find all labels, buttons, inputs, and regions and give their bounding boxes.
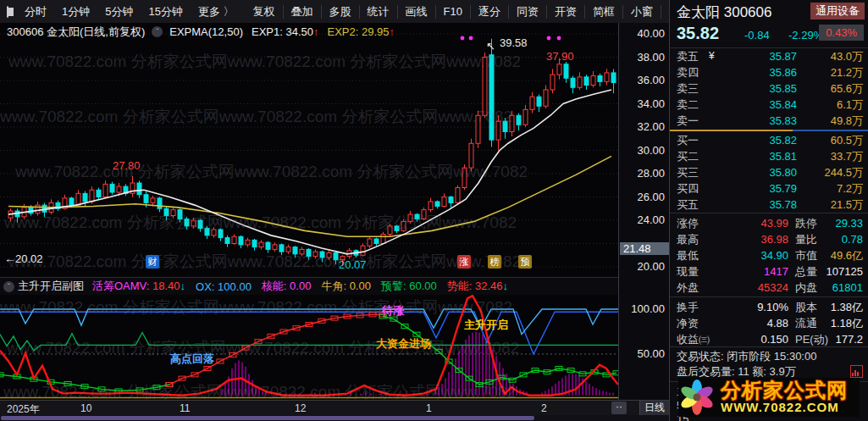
stat-label: 股本 [795,299,817,315]
indicator-label: 势能: [447,280,475,292]
price-change-pct: -2.29% [788,29,823,42]
indicator-axis-label: 100.00 [631,302,665,315]
premium-badge: 0.43% [819,25,864,41]
ask-row-5[interactable]: 卖五¥35.8743.0万 [670,48,868,64]
mini-bar-chart-icon[interactable] [850,365,863,378]
chevron-down-icon[interactable]: ˇ [152,26,163,37]
ratio-row-0: 换手9.10%股本1.38亿 [670,299,868,315]
price-axis: 40.0038.0036.0034.0032.0030.0028.0026.00… [618,23,670,400]
sub-indicator-item-1: OX: 100.00 [196,280,252,293]
analyst-formula-site-logo[interactable]: 分析家公式网 WWW.70822.COM [678,378,860,417]
menu-item-2[interactable]: 5分钟 [97,1,141,23]
time-axis-label: 1 [426,402,432,414]
menu-item-4[interactable]: 更多 〉 [191,1,242,23]
level-price: 35.86 [670,64,797,80]
menu-tool-8[interactable]: 开资 [547,1,584,23]
horizontal-scrollbar[interactable] [0,415,669,421]
menu-tool-6[interactable]: 逐分 [471,1,508,23]
sub-indicator-item-4: 预警: 60.00 [381,279,437,294]
bid-row-4[interactable]: 买四35.797.2万 [670,180,868,197]
chart-tag-badge-3[interactable]: 预 [518,255,532,269]
chart-tag-badge-2[interactable]: 榜 [488,255,501,269]
chevron-down-icon[interactable]: ˇ [3,281,14,292]
scrollbar-thumb[interactable] [1,416,534,420]
level-price: 35.78 [670,197,797,213]
sub-indicator-header: ˇ 主升开启副图 活筹OAMV: 18.40↓OX: 100.00核能: 0.0… [0,277,618,295]
ask-row-4[interactable]: 卖四35.8621.2万 [670,64,868,80]
stat-row-3: 现量1417总量107125 [670,263,868,280]
ratio-row-2: 收益㈢0.150PE(动)177.2 [670,331,868,347]
indicator-label: 核能: [262,280,290,292]
period-daily-button[interactable]: 日线 [639,401,669,415]
price-axis-label: 40.00 [637,27,665,40]
menu-tool-10[interactable]: 小窗 [623,1,661,23]
menu-tool-3[interactable]: 统计 [360,1,397,23]
industry-button[interactable]: 通用设备 [810,3,865,19]
indicator-label: 牛角: [321,280,349,292]
more-periods-button[interactable]: ·· [611,402,627,414]
bid-row-3[interactable]: 买三35.80244.5万 [670,164,868,180]
price-axis-label: 20.00 [637,260,665,273]
stat-row-0: 涨停43.99跌停29.33 [670,215,868,231]
menu-tool-0[interactable]: 复权 [246,1,283,23]
stat-value: 43.99 [670,215,788,231]
stat-value: 177.2 [835,331,863,347]
logo-text: 分析家公式网 [721,380,848,401]
up-arrow-icon: ↑ [390,25,395,38]
down-arrow-icon: ↓ [180,280,186,292]
level-price: 35.79 [670,180,797,197]
stat-row-1: 最高36.98量比0.78 [670,231,868,247]
indicator-name: EXPMA(12,50) [169,25,243,38]
price-annotation: ←20.02 [4,252,43,265]
price-change: -0.84 [744,29,770,42]
indicator-value: 60.00 [409,280,437,292]
chart-title-bar: 300606 金太阳(日线,前复权) ˇ EXPMA(12,50) EXP1: … [0,23,618,41]
bid-row-5[interactable]: 买五35.7821.5万 [670,197,868,213]
exp1-label: EXP1: [252,25,283,38]
indicator-label: OX: [196,280,218,293]
down-arrow-icon: ↓ [503,280,509,292]
menu-item-3[interactable]: 15分钟 [141,1,190,23]
menu-tool-5[interactable]: F10 [436,1,470,23]
stat-label: 量比 [795,231,817,247]
menu-tool-2[interactable]: 多股 [322,1,359,23]
menu-item-0[interactable]: 分时 [17,1,54,23]
ask-row-1[interactable]: 卖一35.8349.8万 [670,113,868,129]
bid-row-2[interactable]: 买二35.8133.7万 [670,148,868,164]
stat-row-2: 最低34.90市值49.6亿 [670,247,868,263]
main-candlestick-chart[interactable]: 27.80↖39.5837.9020.07←20.02财涨榜预 [0,23,618,277]
price-axis-label: 26.00 [637,191,665,203]
menu-tool-1[interactable]: 叠加 [284,1,321,23]
price-axis-label: 34.00 [637,97,665,110]
prev-close-marker: 21.48 [620,242,669,255]
stat-label: 总量 [795,263,817,280]
sub-indicator-title: 主升开启副图 [18,279,84,294]
menu-item-1[interactable]: 1分钟 [54,1,97,23]
menu-tool-9[interactable]: 简框 [585,1,622,23]
logo-url: WWW.70822.COM [721,401,848,414]
chart-tag-badge-1[interactable]: 涨 [457,255,471,269]
time-axis-label: 11 [180,402,190,414]
level-volume: 21.2万 [831,64,863,80]
time-axis-label: 2 [541,402,547,414]
level-price: 35.82 [670,132,797,148]
menu-tool-4[interactable]: 画线 [398,1,435,23]
stat-label: 跌停 [795,215,817,231]
chart-tag-badge-0[interactable]: 财 [146,255,159,269]
menu-tool-7[interactable]: 同资 [509,1,546,23]
sub-indicator-chart[interactable]: 待涨主升开启大资金进场高点回落 [0,294,618,400]
stat-value: 1417 [670,263,788,280]
ask-row-2[interactable]: 卖二35.846.1万 [670,97,868,113]
price-annotation: 37.90 [546,50,574,63]
exp2-value: 29.95 [362,25,390,38]
stat-value: 0.150 [670,331,788,347]
window-icon[interactable] [7,6,8,18]
panel-divider [670,346,868,347]
level-price: 35.81 [670,148,797,164]
bid-row-1[interactable]: 买一35.8260.5万 [670,132,868,148]
ask-row-3[interactable]: 卖三35.8565.6万 [670,80,868,97]
quote-panel: 金太阳 300606 通用设备 35.82 -0.84 -2.29% 0.43%… [669,0,868,421]
up-arrow-icon: ↑ [313,25,319,38]
level-volume: 6.1万 [837,97,863,113]
level-price: 35.84 [670,97,797,113]
